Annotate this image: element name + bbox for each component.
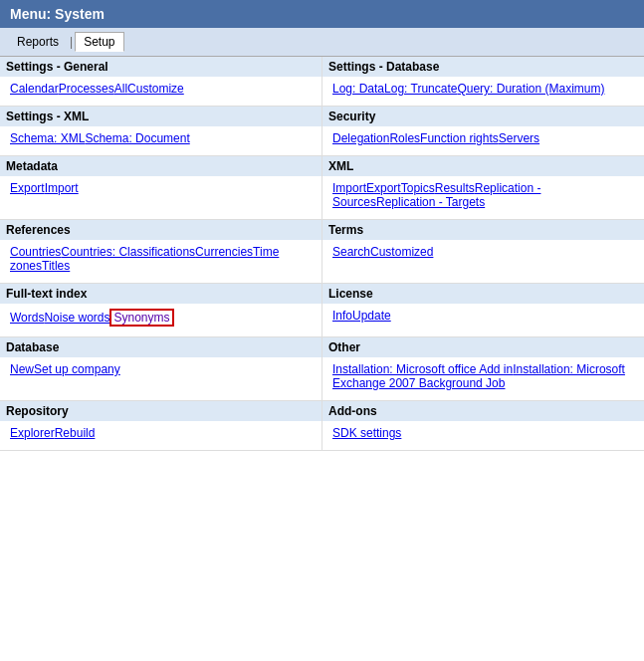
left-cell-4: Full-text indexWordsNoise wordsSynonyms: [0, 284, 322, 336]
tab-divider: |: [68, 35, 75, 49]
right-link-1-0[interactable]: Delegation: [332, 131, 389, 145]
left-link-1-0[interactable]: Schema: XML: [10, 131, 85, 145]
left-link-5-0[interactable]: New: [10, 362, 34, 376]
menu-row-6: RepositoryExplorerRebuildAdd-onsSDK sett…: [0, 401, 644, 451]
left-link-3-0[interactable]: Countries: [10, 245, 61, 259]
right-link-1-3[interactable]: Servers: [499, 131, 539, 145]
left-link-4-0[interactable]: Words: [10, 311, 44, 325]
menu-row-0: Settings - GeneralCalendarProcessesAllCu…: [0, 57, 644, 107]
left-link-3-2[interactable]: Currencies: [195, 245, 253, 259]
left-link-6-1[interactable]: Rebuild: [55, 426, 96, 440]
right-header-2: XML: [322, 156, 644, 176]
left-cell-3: ReferencesCountriesCountries: Classifica…: [0, 220, 322, 283]
left-link-1-1[interactable]: Schema: Document: [85, 131, 189, 145]
right-link-2-0[interactable]: Import: [332, 181, 366, 195]
left-link-3-4[interactable]: Titles: [42, 259, 70, 273]
left-header-2: Metadata: [0, 156, 322, 176]
right-header-6: Add-ons: [322, 401, 644, 421]
left-link-2-1[interactable]: Import: [45, 181, 79, 195]
title-bar: Menu: System: [0, 0, 644, 28]
left-link-5-1[interactable]: Set up company: [34, 362, 120, 376]
right-link-0-1[interactable]: Log: Truncate: [384, 82, 457, 96]
left-link-0-0[interactable]: Calendar: [10, 82, 59, 96]
left-link-4-1[interactable]: Noise words: [44, 311, 109, 325]
right-link-1-2[interactable]: Function rights: [420, 131, 499, 145]
right-header-3: Terms: [322, 220, 644, 240]
right-cell-0: Settings - DatabaseLog: DataLog: Truncat…: [322, 57, 644, 106]
right-link-2-5[interactable]: Replication - Targets: [376, 195, 485, 209]
left-cell-6: RepositoryExplorerRebuild: [0, 401, 322, 450]
left-header-0: Settings - General: [0, 57, 322, 77]
right-cell-2: XMLImportExportTopicsResultsReplication …: [322, 156, 644, 219]
right-link-2-2[interactable]: Topics: [401, 181, 435, 195]
left-link-2-0[interactable]: Export: [10, 181, 45, 195]
right-link-5-0[interactable]: Installation: Microsoft office Add in: [332, 362, 513, 376]
right-link-4-1[interactable]: Update: [352, 309, 391, 323]
menu-row-1: Settings - XMLSchema: XMLSchema: Documen…: [0, 107, 644, 156]
menu-row-2: MetadataExportImportXMLImportExportTopic…: [0, 156, 644, 220]
left-link-0-1[interactable]: Processes: [59, 82, 114, 96]
left-link-0-2[interactable]: All: [114, 82, 127, 96]
right-link-0-0[interactable]: Log: Data: [332, 82, 384, 96]
right-link-6-0[interactable]: SDK settings: [332, 426, 401, 440]
left-cell-5: DatabaseNewSet up company: [0, 337, 322, 400]
menu-content: Settings - GeneralCalendarProcessesAllCu…: [0, 57, 644, 451]
right-cell-6: Add-onsSDK settings: [322, 401, 644, 450]
left-header-3: References: [0, 220, 322, 240]
left-link-3-1[interactable]: Countries: Classifications: [61, 245, 195, 259]
right-link-1-1[interactable]: Roles: [389, 131, 420, 145]
right-link-2-3[interactable]: Results: [435, 181, 475, 195]
right-cell-1: SecurityDelegationRolesFunction rightsSe…: [322, 107, 644, 155]
right-cell-5: OtherInstallation: Microsoft office Add …: [322, 337, 644, 400]
page-title: Menu: System: [10, 6, 105, 22]
left-link-6-0[interactable]: Explorer: [10, 426, 55, 440]
left-header-1: Settings - XML: [0, 107, 322, 126]
right-link-4-0[interactable]: Info: [332, 309, 352, 323]
synonyms-highlighted-link[interactable]: Synonyms: [109, 309, 173, 327]
menu-row-4: Full-text indexWordsNoise wordsSynonymsL…: [0, 284, 644, 337]
menu-row-5: DatabaseNewSet up companyOtherInstallati…: [0, 337, 644, 401]
left-header-6: Repository: [0, 401, 322, 421]
right-link-3-0[interactable]: Search: [332, 245, 370, 259]
right-cell-3: TermsSearchCustomized: [322, 220, 644, 283]
tab-reports[interactable]: Reports: [8, 32, 68, 52]
left-cell-2: MetadataExportImport: [0, 156, 322, 219]
tab-setup[interactable]: Setup: [75, 32, 123, 52]
left-cell-0: Settings - GeneralCalendarProcessesAllCu…: [0, 57, 322, 106]
right-link-2-1[interactable]: Export: [366, 181, 401, 195]
right-header-1: Security: [322, 107, 644, 126]
right-link-3-1[interactable]: Customized: [370, 245, 433, 259]
menu-row-3: ReferencesCountriesCountries: Classifica…: [0, 220, 644, 284]
left-header-4: Full-text index: [0, 284, 322, 304]
left-header-5: Database: [0, 337, 322, 357]
right-header-4: License: [322, 284, 644, 304]
tab-bar: Reports | Setup: [0, 28, 644, 57]
right-header-5: Other: [322, 337, 644, 357]
right-link-0-2[interactable]: Query: Duration (Maximum): [457, 82, 604, 96]
right-cell-4: LicenseInfoUpdate: [322, 284, 644, 336]
right-header-0: Settings - Database: [322, 57, 644, 77]
left-link-0-3[interactable]: Customize: [127, 82, 184, 96]
left-cell-1: Settings - XMLSchema: XMLSchema: Documen…: [0, 107, 322, 155]
